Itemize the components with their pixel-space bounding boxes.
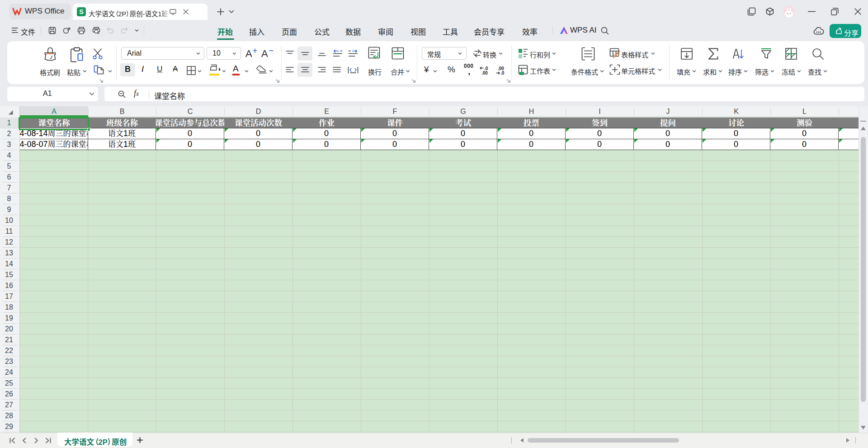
svg-text:.0: .0: [484, 66, 488, 71]
svg-text:.0: .0: [500, 71, 505, 75]
svg-text:S: S: [79, 8, 84, 15]
svg-text:.00: .00: [481, 71, 488, 75]
svg-text:.00: .00: [498, 66, 504, 71]
